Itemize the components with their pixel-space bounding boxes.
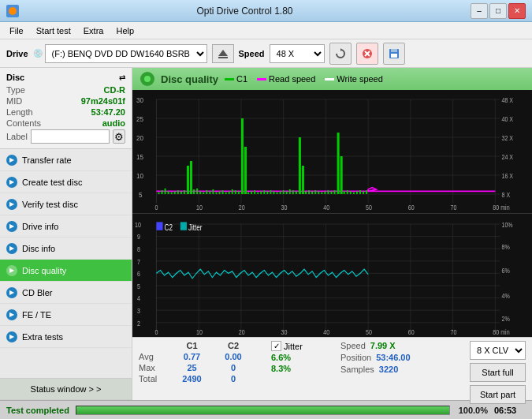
sidebar-item-cd-bler[interactable]: ▶ CD Bler [0,282,132,304]
svg-rect-9 [391,49,397,52]
sidebar-item-create-test-disc[interactable]: ▶ Create test disc [0,171,132,193]
status-window-button[interactable]: Status window > > [0,378,132,400]
disc-collapse-arrow[interactable]: ⇄ [119,73,125,82]
stats-avg-label: Avg [139,352,170,361]
legend-write-label: Write speed [337,74,383,84]
refresh-button[interactable] [329,43,352,65]
svg-text:20: 20 [136,133,143,142]
svg-rect-158 [180,222,187,230]
stats-col-empty [139,341,170,350]
svg-text:3: 3 [137,307,140,315]
svg-rect-83 [270,190,271,194]
svg-rect-11 [132,90,532,213]
svg-text:8%: 8% [501,244,509,252]
sidebar-item-fe-te[interactable]: ▶ FE / TE [0,304,132,326]
speed-combo-select[interactable]: 8 X CLV [470,341,526,360]
status-bar: Test completed 100.0% 06:53 [0,400,532,419]
svg-rect-59 [193,189,195,194]
svg-text:40: 40 [323,204,330,212]
svg-text:10: 10 [136,171,143,180]
eject-button[interactable] [212,44,234,63]
svg-rect-68 [222,190,224,194]
speed-select[interactable]: 48 X [270,44,325,63]
window-controls: – □ ✕ [471,3,526,19]
save-button[interactable] [383,43,405,65]
charts-area: 30 25 20 15 10 5 48 X 40 X 32 X 24 X 16 … [132,90,532,337]
svg-rect-51 [168,191,169,194]
svg-rect-105 [340,156,343,194]
disc-label-input[interactable] [31,129,110,144]
legend-write: Write speed [325,74,383,84]
minimize-button[interactable]: – [471,3,488,19]
svg-rect-111 [359,190,361,194]
svg-rect-52 [171,193,173,194]
menu-file[interactable]: File [3,24,30,37]
sidebar-item-disc-quality[interactable]: ▶ Disc quality [0,260,132,282]
disc-label-settings-button[interactable]: ⚙ [113,129,125,144]
svg-rect-66 [215,193,217,194]
sidebar-item-transfer-rate[interactable]: ▶ Transfer rate [0,149,132,171]
stats-bar: C1 C2 Avg 0.77 0.00 Max 25 0 Total 2490 … [132,337,532,400]
svg-text:6%: 6% [501,267,509,275]
svg-rect-96 [311,191,313,194]
svg-rect-87 [283,190,285,194]
svg-text:2%: 2% [501,316,509,324]
sidebar-item-extra-tests-label: Extra tests [22,332,63,342]
svg-rect-85 [277,193,278,194]
disc-quality-icon: ▶ [6,265,17,276]
content-area: Disc quality C1 Read speed Write speed [132,68,532,400]
sidebar-item-fe-te-label: FE / TE [22,310,51,320]
fe-te-icon: ▶ [6,309,17,320]
samples-label: Samples [340,365,374,374]
start-part-button[interactable]: Start part [470,385,526,404]
progress-percent: 100.0% [456,406,488,415]
svg-rect-97 [314,190,316,194]
stats-avg-c1: 0.77 [170,352,214,361]
svg-text:4%: 4% [501,292,509,300]
jitter-avg-val: 6.6% [271,353,334,362]
svg-rect-73 [238,191,240,194]
svg-rect-79 [257,193,259,194]
svg-marker-3 [340,48,342,51]
disc-label-label: Label [6,132,28,141]
disc-quality-header: Disc quality C1 Read speed Write speed [132,68,532,90]
maximize-button[interactable]: □ [489,3,507,19]
svg-text:50: 50 [366,204,373,212]
svg-rect-74 [241,118,244,194]
sidebar-item-disc-info[interactable]: ▶ Disc info [0,238,132,260]
svg-rect-48 [158,193,159,194]
disc-info-icon: ▶ [6,243,17,254]
svg-rect-91 [296,191,297,194]
disc-quality-title: Disc quality [161,73,218,85]
menu-help[interactable]: Help [110,24,140,37]
svg-rect-53 [174,191,176,194]
svg-text:9: 9 [137,234,140,241]
sidebar-item-verify-test-disc-label: Verify test disc [22,200,78,209]
erase-button[interactable] [356,43,378,65]
speed-position-stats: Speed 7.99 X Position 53:46.00 Samples 3… [340,341,443,374]
app-icon [6,5,19,17]
close-button[interactable]: ✕ [508,3,526,19]
verify-test-disc-icon: ▶ [6,199,17,210]
svg-text:70: 70 [451,329,457,337]
drive-select[interactable]: (F:) BENQ DVD DD DW1640 BSRB [45,44,207,63]
jitter-checkbox[interactable]: ✓ [271,341,281,351]
svg-rect-93 [302,166,304,194]
svg-rect-106 [344,191,345,194]
svg-rect-109 [353,193,355,194]
svg-rect-99 [321,193,322,194]
sidebar-item-extra-tests[interactable]: ▶ Extra tests [0,326,132,348]
chart-c2-jitter-svg: 10 9 8 7 6 5 4 3 2 10% 8% 6% 4% 2% 0 [132,214,532,337]
svg-text:8 X: 8 X [501,191,510,199]
sidebar-item-verify-test-disc[interactable]: ▶ Verify test disc [0,193,132,215]
svg-point-10 [144,76,151,82]
start-full-button[interactable]: Start full [470,363,526,382]
stats-col-c1: C1 [170,341,214,350]
stats-total-c2: 0 [214,374,253,383]
menu-start-test[interactable]: Start test [30,24,77,37]
svg-text:40: 40 [323,329,329,337]
sidebar-item-cd-bler-label: CD Bler [22,288,53,297]
sidebar-item-drive-info[interactable]: ▶ Drive info [0,215,132,238]
menu-extra[interactable]: Extra [77,24,110,37]
title-bar: Opti Drive Control 1.80 – □ ✕ [0,0,532,22]
